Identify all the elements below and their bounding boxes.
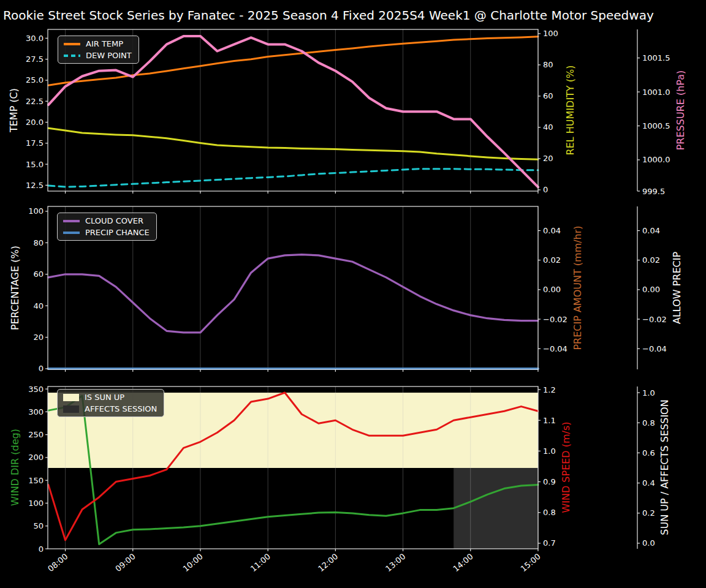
dew-point-swatch-icon (64, 55, 80, 57)
svg-text:27.5: 27.5 (26, 55, 44, 64)
legend-item-cloud-cover: CLOUD COVER (63, 216, 150, 225)
svg-text:1001.5: 1001.5 (642, 53, 670, 62)
svg-text:50: 50 (33, 521, 44, 530)
svg-text:30.0: 30.0 (26, 34, 44, 43)
legend-cloud-precip: CLOUD COVER PRECIP CHANCE (57, 213, 157, 241)
svg-text:−0.04: −0.04 (642, 344, 667, 353)
svg-text:12.5: 12.5 (26, 181, 44, 190)
legend-item-air-temp: AIR TEMP (64, 39, 132, 48)
svg-text:0.00: 0.00 (543, 285, 561, 294)
legend-label: AIR TEMP (86, 39, 123, 48)
svg-text:40: 40 (33, 301, 44, 311)
axis-title-rel-humidity: REL HUMIDITY (%) (564, 66, 576, 156)
axis-title-precip-amount: PRECIP AMOUNT (mm/hr) (572, 225, 583, 350)
svg-text:250: 250 (28, 430, 44, 439)
svg-text:1000.0: 1000.0 (642, 155, 670, 164)
axis-title-pressure: PRESSURE (hPa) (675, 70, 686, 151)
cloud-cover-swatch-icon (63, 220, 80, 222)
svg-text:0.04: 0.04 (543, 226, 561, 235)
svg-text:0.00: 0.00 (642, 285, 660, 294)
precip-chance-swatch-icon (63, 232, 80, 234)
svg-text:0: 0 (543, 185, 548, 194)
svg-text:12:00: 12:00 (316, 552, 340, 574)
svg-text:08:00: 08:00 (46, 552, 69, 574)
svg-text:60: 60 (33, 270, 44, 279)
svg-text:0.6: 0.6 (642, 448, 655, 458)
legend-label: CLOUD COVER (85, 216, 143, 225)
svg-text:0: 0 (39, 545, 44, 554)
svg-text:0.8: 0.8 (543, 508, 556, 517)
axis-title-wind-dir: WIND DIR (deg) (9, 429, 21, 506)
svg-text:14:00: 14:00 (451, 552, 474, 574)
legend-item-affects-session: AFFECTS SESSION (63, 404, 157, 413)
svg-text:100: 100 (543, 29, 558, 38)
svg-text:300: 300 (28, 407, 44, 417)
affects-session-swatch-icon (63, 405, 79, 413)
svg-text:100: 100 (28, 499, 44, 508)
svg-text:0: 0 (39, 364, 44, 373)
svg-text:0.02: 0.02 (642, 255, 660, 265)
svg-text:11:00: 11:00 (249, 552, 272, 574)
svg-text:09:00: 09:00 (113, 552, 137, 574)
svg-text:20: 20 (33, 333, 44, 342)
axis-title-temp: TEMP (C) (8, 88, 20, 132)
legend-temperature: AIR TEMP DEW POINT (58, 36, 139, 64)
legend-sun-session: IS SUN UP AFFECTS SESSION (57, 389, 164, 417)
legend-item-dew-point: DEW POINT (64, 51, 132, 60)
svg-text:60: 60 (543, 91, 553, 100)
svg-text:13:00: 13:00 (384, 552, 407, 574)
svg-text:1000.5: 1000.5 (642, 121, 670, 130)
air-temp-swatch-icon (64, 43, 80, 45)
svg-text:0.7: 0.7 (543, 538, 556, 548)
svg-text:0.4: 0.4 (642, 478, 655, 488)
svg-text:17.5: 17.5 (26, 138, 44, 148)
plot-svg: 12.515.017.520.022.525.027.530.002040608… (0, 0, 706, 588)
legend-label: PRECIP CHANCE (85, 228, 150, 237)
svg-text:999.5: 999.5 (642, 187, 665, 196)
svg-text:−0.02: −0.02 (642, 315, 667, 324)
axis-title-wind-speed: WIND SPEED (m/s) (560, 421, 572, 513)
svg-text:0.9: 0.9 (543, 477, 556, 486)
svg-text:25.0: 25.0 (26, 75, 44, 85)
legend-label: IS SUN UP (85, 393, 124, 402)
weather-forecast-chart: Rookie Street Stock Series by Fanatec - … (0, 0, 706, 588)
svg-text:0.8: 0.8 (642, 418, 655, 428)
svg-text:15:00: 15:00 (519, 552, 542, 574)
sun-up-swatch-icon (63, 394, 79, 401)
svg-text:200: 200 (28, 453, 44, 462)
svg-text:−0.02: −0.02 (543, 315, 567, 324)
svg-text:22.5: 22.5 (26, 97, 44, 106)
axis-title-percentage: PERCENTAGE (%) (9, 246, 21, 330)
svg-text:0.04: 0.04 (642, 226, 660, 235)
svg-text:80: 80 (543, 60, 553, 69)
legend-label: AFFECTS SESSION (85, 404, 157, 413)
svg-text:150: 150 (28, 476, 44, 485)
legend-item-is-sun-up: IS SUN UP (63, 393, 157, 402)
legend-label: DEW POINT (86, 51, 132, 60)
svg-text:0.2: 0.2 (642, 508, 655, 518)
svg-text:−0.04: −0.04 (543, 344, 567, 353)
svg-text:1.1: 1.1 (543, 416, 556, 425)
axis-title-allow-precip: ALLOW PRECIP (671, 252, 683, 324)
svg-text:80: 80 (33, 238, 44, 247)
svg-text:1001.0: 1001.0 (642, 88, 670, 97)
svg-text:10:00: 10:00 (181, 552, 205, 574)
svg-text:1.0: 1.0 (543, 447, 556, 456)
svg-text:0.0: 0.0 (642, 538, 655, 548)
svg-text:40: 40 (543, 123, 553, 132)
svg-text:20: 20 (543, 154, 553, 163)
legend-item-precip-chance: PRECIP CHANCE (63, 228, 150, 237)
svg-text:15.0: 15.0 (26, 160, 44, 169)
svg-text:0.02: 0.02 (543, 255, 561, 265)
axis-title-sun-up: SUN UP / AFFECTS SESSION (659, 399, 670, 535)
svg-text:100: 100 (28, 206, 44, 216)
svg-text:20.0: 20.0 (26, 118, 44, 127)
svg-text:1.0: 1.0 (642, 388, 655, 398)
svg-text:1.2: 1.2 (543, 385, 556, 394)
svg-text:350: 350 (28, 385, 44, 394)
